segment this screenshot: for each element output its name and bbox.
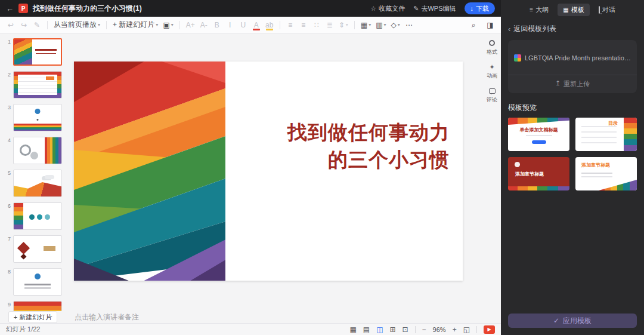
slide-thumbnail[interactable] [13, 71, 62, 99]
tab-chat-label: 对话 [602, 5, 615, 14]
animation-panel-label: 动画 [487, 72, 497, 80]
tab-template[interactable]: ▦ 模板 [558, 4, 589, 16]
animation-panel-button[interactable]: ✦ 动画 [487, 63, 497, 80]
outline-view-button[interactable]: ▤ [363, 326, 370, 333]
new-slide-bottom-button[interactable]: + 新建幻灯片 [8, 311, 57, 323]
slide-sorter-view-button[interactable]: ⊞ [389, 326, 395, 333]
italic-button[interactable]: I [224, 19, 236, 31]
slide-thumbnail[interactable] [13, 104, 62, 131]
toolbar-left: ↩↪✎从当前页播放▾+ 新建幻灯片▾▣▾A+A-BIUAab≡≡∷≣⇕▾▦▾▥▾… [5, 19, 415, 31]
edit-icon: ✎ [413, 5, 419, 13]
new-slide-button[interactable]: + 新建幻灯片▾ [111, 19, 160, 31]
insert-shape-button[interactable]: ◇▾ [389, 19, 402, 31]
top-bar-actions: ☆ 收藏文件 ✎ 去WPS编辑 ↓ 下载 [370, 2, 495, 14]
template-card[interactable]: 目录 [575, 118, 637, 151]
template-grid-icon: ▦ [563, 7, 568, 13]
favorite-file-button[interactable]: ☆ 收藏文件 [370, 4, 405, 13]
slide-thumbnail[interactable] [13, 235, 62, 263]
back-button[interactable]: ← [6, 4, 14, 13]
apply-template-button[interactable]: ✓ 应用模板 [508, 314, 637, 328]
slide-thumbnail-row: 5 [4, 170, 66, 197]
slide-number: 4 [4, 137, 11, 143]
slide-thumbnail-row: 3 [4, 104, 66, 131]
slide-thumbnail[interactable] [13, 268, 62, 296]
zoom-level: 96% [433, 326, 446, 333]
template-card[interactable]: 添加章节标题 [575, 157, 637, 190]
slide-thumbnail-row: 7 [4, 235, 66, 263]
toolbar-divider [280, 21, 280, 29]
line-spacing-button[interactable]: ⇕▾ [337, 19, 350, 31]
status-right: ▦▤◫⊞⊡−96%+◱▶ [349, 325, 495, 334]
thumbnail-view-button[interactable]: ▦ [349, 326, 356, 333]
comments-panel-label: 评论 [487, 96, 497, 104]
numbered-list-button[interactable]: ≣ [324, 19, 336, 31]
reupload-button[interactable]: ↥ 重新上传 [514, 75, 631, 93]
bullet-list-button[interactable]: ∷ [311, 19, 323, 31]
find-button[interactable]: ⌕ [467, 19, 479, 31]
align-center-button[interactable]: ≡ [298, 19, 309, 31]
slide-title[interactable]: 找到做任何事动力 的三个小习惯 [287, 119, 450, 173]
star-icon: ☆ [370, 5, 376, 13]
slide-thumbnail[interactable] [13, 202, 62, 230]
slideshow-play-button[interactable]: ▶ [484, 325, 495, 334]
sidebar-toggle-button[interactable]: ◨ [484, 19, 496, 31]
rainbow-art-graphic [74, 62, 225, 281]
bold-button[interactable]: B [211, 19, 223, 31]
zoom-in-button[interactable]: + [453, 326, 457, 333]
undo-button[interactable]: ↩ [5, 19, 17, 31]
template-card[interactable]: 单击添加文档标题 [508, 118, 569, 151]
format-painter-button[interactable]: ✎ [31, 19, 43, 31]
align-left-button[interactable]: ≡ [284, 19, 296, 31]
slide-thumbnail[interactable] [13, 137, 62, 164]
uploaded-file-card: LGBTQIA Pride Month presentation.pptx ↥ … [508, 40, 637, 93]
normal-view-button[interactable]: ◫ [376, 326, 383, 333]
slide-number: 5 [4, 170, 11, 176]
more-tools-button[interactable]: ⋯ [403, 19, 415, 31]
comments-panel-button[interactable]: 评论 [487, 87, 497, 104]
reading-view-button[interactable]: ⊡ [402, 326, 408, 333]
status-divider [415, 326, 416, 333]
play-from-current-button[interactable]: 从当前页播放▾ [52, 19, 102, 31]
slide-title-line2: 的三个小习惯 [287, 146, 450, 174]
workspace: 123456789 [0, 33, 501, 311]
slide-number: 3 [4, 104, 11, 110]
download-button[interactable]: ↓ 下载 [465, 2, 496, 14]
template-side-panel: ≡ 大纲 ▦ 模板 对话 ‹ 返回模板列表 LGBTQIA Pride Mont… [501, 0, 644, 335]
insert-table-button[interactable]: ▦▾ [359, 19, 373, 31]
tab-outline[interactable]: ≡ 大纲 [524, 4, 554, 16]
insert-image-button[interactable]: ▣▾ [161, 19, 175, 31]
side-tool-rail: 格式 ✦ 动画 评论 [483, 33, 501, 311]
slide-thumbnail[interactable] [13, 301, 62, 311]
slide-title-line1: 找到做任何事动力 [287, 119, 450, 146]
open-in-wps-button[interactable]: ✎ 去WPS编辑 [413, 4, 456, 13]
ppt-file-icon: P [18, 4, 28, 13]
font-size-decrease-button[interactable]: A- [198, 19, 210, 31]
zoom-out-button[interactable]: − [422, 326, 426, 333]
insert-chart-button[interactable]: ▥▾ [374, 19, 388, 31]
sparkle-icon: ✦ [489, 63, 494, 70]
new-slide-wrap: + 新建幻灯片 [0, 311, 66, 323]
toolbar-divider [179, 21, 180, 29]
template-preview-heading: 模板预览 [508, 103, 637, 113]
highlight-color-button[interactable]: ab [264, 19, 275, 31]
slide-canvas[interactable]: 找到做任何事动力 的三个小习惯 [74, 62, 463, 281]
slide-indicator: 幻灯片 1/22 [6, 325, 40, 334]
speaker-notes-input[interactable]: 点击输入演讲者备注 [75, 312, 139, 322]
uploaded-file-name: LGBTQIA Pride Month presentation.pptx [525, 54, 631, 62]
template-card[interactable]: 添加章节标题 [508, 157, 569, 190]
tab-chat[interactable]: 对话 [593, 4, 621, 16]
underline-button[interactable]: U [237, 19, 249, 31]
font-size-increase-button[interactable]: A+ [184, 19, 197, 31]
fit-to-window-button[interactable]: ◱ [463, 326, 470, 333]
back-to-template-list-button[interactable]: ‹ 返回模板列表 [508, 24, 637, 34]
apply-template-wrap: ✓ 应用模板 [501, 308, 644, 335]
font-color-button[interactable]: A [250, 19, 262, 31]
redo-button[interactable]: ↪ [18, 19, 30, 31]
check-icon: ✓ [553, 316, 559, 325]
format-panel-button[interactable]: 格式 [487, 39, 497, 56]
apply-template-label: 应用模板 [563, 316, 592, 326]
slide-thumbnail[interactable] [13, 170, 62, 197]
gear-icon [489, 39, 495, 47]
slide-thumbnail[interactable] [13, 38, 62, 66]
toolbar-right: ⌕◨ [467, 19, 496, 31]
